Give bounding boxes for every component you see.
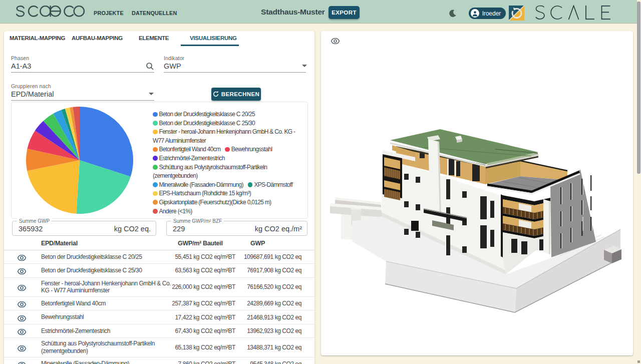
- legend-color-dot: [153, 130, 158, 135]
- viewer-visibility-icon[interactable]: [326, 36, 344, 47]
- legend-label: XPS-Dämmstoff: [254, 181, 292, 188]
- user-avatar-icon: [471, 9, 479, 18]
- row-material-name: Estrichmörtel-Zementestrich: [41, 325, 173, 336]
- legend-item[interactable]: Schüttung aus Polystyrolschaumstoff-Part…: [153, 163, 296, 180]
- legend-item[interactable]: Beton der Druckfestigkeitsklasse C 25/30: [153, 119, 255, 128]
- legend-item[interactable]: Bewehrungsstahl: [225, 145, 272, 154]
- row-visibility-toggle[interactable]: [18, 361, 26, 364]
- eye-icon: [18, 362, 26, 364]
- legend-item[interactable]: Mineralwolle (Fassaden-Dämmung): [153, 180, 243, 189]
- search-icon[interactable]: [146, 62, 154, 71]
- legend-color-dot: [153, 112, 158, 117]
- tab-visualisierung[interactable]: VISUALISIERUNG: [190, 35, 237, 46]
- col-gwp-m2: GWP/m² Bauteil: [178, 240, 223, 247]
- row-gwp: 13488,371 kg CO2 eq: [247, 344, 301, 351]
- row-gwp: 9545,348 kg CO2 eq: [250, 360, 301, 364]
- table-row: Estrichmörtel-Zementestrich 67,430 kg CO…: [4, 324, 314, 338]
- eye-icon: [18, 268, 26, 274]
- legend-item[interactable]: Gipskartonplatte (Feuerschutz)(Dicke 0,0…: [153, 198, 271, 207]
- legend-label: Andere (<1%): [159, 208, 192, 215]
- nav-datenquellen[interactable]: DATENQUELLEN: [132, 10, 177, 16]
- scaeco-logo[interactable]: [15, 4, 85, 20]
- legend-color-dot: [153, 165, 158, 170]
- legend-color-dot: [153, 200, 158, 205]
- eye-icon: [18, 285, 26, 291]
- pie-chart[interactable]: [26, 107, 133, 214]
- legend-item[interactable]: Andere (<1%): [153, 207, 192, 216]
- indikator-caret-icon[interactable]: [302, 65, 307, 67]
- row-gwp: 76917,908 kg CO2 eq: [247, 267, 301, 274]
- legend-item[interactable]: Fenster - heroal-Johann Henkenjohann Gmb…: [153, 127, 296, 145]
- legend-item[interactable]: Estrichmörtel-Zementestrich: [153, 154, 225, 163]
- gruppieren-caret-icon[interactable]: [149, 93, 154, 95]
- row-material-name: Beton der Druckfestigkeitsklasse C 20/25: [41, 251, 173, 263]
- vertical-scrollbar[interactable]: [637, 2, 640, 174]
- legend-color-dot: [225, 147, 230, 152]
- legend-label: Mineralwolle (Fassaden-Dämmung): [159, 181, 243, 188]
- legend-label: Betonfertigteil Wand 40cm: [159, 146, 221, 153]
- col-gwp: GWP: [250, 240, 265, 247]
- row-visibility-toggle[interactable]: [18, 314, 26, 320]
- legend-item[interactable]: Beton der Druckfestigkeitsklasse C 20/25: [153, 110, 255, 119]
- summe-gwp-label: Summe GWP: [17, 218, 52, 224]
- table-row: Beton der Druckfestigkeitsklasse C 25/30…: [4, 264, 314, 277]
- row-visibility-toggle[interactable]: [18, 328, 26, 334]
- row-material-name: Fenster - heroal-Johann Henkenjohann Gmb…: [41, 278, 173, 297]
- row-gwp: 24289,669 kg CO2 eq: [247, 300, 301, 307]
- legend-label: Schüttung aus Polystyrolschaumstoff-Part…: [153, 164, 267, 180]
- chart-legend: Beton der Druckfestigkeitsklasse C 20/25…: [153, 110, 301, 215]
- table-row: Fenster - heroal-Johann Henkenjohann Gmb…: [4, 278, 314, 297]
- app-header: PROJEKTE DATENQUELLEN Stadthaus-Muster E…: [0, 0, 637, 24]
- scale-wordmark: [534, 5, 624, 20]
- summe-gwp-m2-label: Summe GWP/m² BZF: [171, 218, 224, 224]
- summe-gwp-m2-field: Summe GWP/m² BZF 229 kg CO2 eq./m²: [166, 221, 307, 236]
- legend-color-dot: [153, 191, 158, 196]
- summe-gwp-value[interactable]: 365932: [19, 225, 43, 233]
- nav-projekte[interactable]: PROJEKTE: [94, 10, 124, 16]
- tab-aufbau-mapping[interactable]: AUFBAU-MAPPING: [72, 35, 123, 46]
- gruppieren-select[interactable]: EPD/Material: [11, 90, 54, 98]
- legend-item[interactable]: EPS-Hartschaum (Rohdichte 15 kg/m³): [153, 189, 251, 198]
- tab-elemente[interactable]: ELEMENTE: [139, 35, 169, 46]
- dark-mode-moon-icon[interactable]: [449, 9, 457, 18]
- col-epd-material: EPD/Material: [41, 240, 78, 247]
- eye-icon: [18, 315, 26, 321]
- user-chip[interactable]: lroeder: [469, 8, 506, 19]
- legend-label: Fenster - heroal-Johann Henkenjohann Gmb…: [153, 128, 295, 144]
- row-material-name: Betonfertigteil Wand 40cm: [41, 298, 173, 309]
- legend-color-dot: [153, 121, 158, 126]
- eye-icon: [18, 329, 26, 335]
- analysis-panel: MATERIAL-MAPPING AUFBAU-MAPPING ELEMENTE…: [4, 31, 314, 364]
- eye-icon: [18, 301, 26, 307]
- legend-label: Beton der Druckfestigkeitsklasse C 25/30: [159, 120, 255, 127]
- phasen-label: Phasen: [11, 55, 29, 61]
- row-gwp-per-m2: 65,138 kg CO2 eq/m²BT: [175, 344, 235, 351]
- legend-label: Bewehrungsstahl: [231, 146, 272, 153]
- legend-color-dot: [153, 156, 158, 161]
- row-visibility-toggle[interactable]: [18, 284, 26, 290]
- table-row: Beton der Druckfestigkeitsklasse C 20/25…: [4, 250, 314, 264]
- results-table: EPD/Material GWP/m² Bauteil GWP Beton de…: [4, 236, 314, 364]
- tab-material-mapping[interactable]: MATERIAL-MAPPING: [10, 35, 65, 46]
- legend-item[interactable]: XPS-Dämmstoff: [248, 180, 292, 189]
- row-gwp: 109687,691 kg CO2 eq: [244, 253, 301, 260]
- building-3d-model[interactable]: [321, 31, 633, 355]
- berechnen-button[interactable]: BERECHNEN: [211, 88, 261, 101]
- scrollbar-corner: [637, 360, 640, 363]
- row-gwp-per-m2: 257,387 kg CO2 eq/m²BT: [172, 300, 235, 307]
- row-gwp: 21468,913 kg CO2 eq: [247, 314, 301, 321]
- export-button[interactable]: EXPORT: [329, 6, 360, 19]
- row-visibility-toggle[interactable]: [18, 254, 26, 260]
- legend-item[interactable]: Betonfertigteil Wand 40cm: [153, 145, 220, 154]
- row-visibility-toggle[interactable]: [18, 344, 26, 350]
- row-visibility-toggle[interactable]: [18, 267, 26, 273]
- summe-gwp-m2-value[interactable]: 229: [173, 225, 185, 233]
- phasen-input[interactable]: A1-A3: [11, 62, 31, 70]
- legend-color-dot: [248, 182, 253, 187]
- refresh-icon: [213, 91, 219, 97]
- table-header-row: EPD/Material GWP/m² Bauteil GWP: [4, 236, 314, 250]
- summe-gwp-unit: kg CO2 eq.: [114, 225, 151, 233]
- row-visibility-toggle[interactable]: [18, 300, 26, 306]
- row-gwp: 76166,520 kg CO2 eq: [247, 283, 301, 290]
- indikator-select[interactable]: GWP: [164, 62, 181, 70]
